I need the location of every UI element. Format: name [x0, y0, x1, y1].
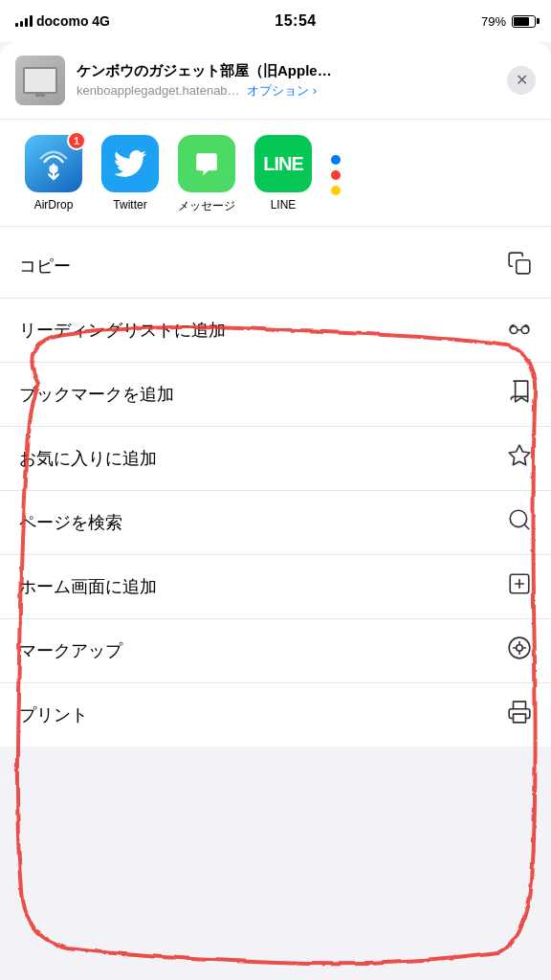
- glasses-icon: [507, 315, 532, 345]
- star-icon: [507, 443, 532, 474]
- action-find[interactable]: ページを検索: [0, 491, 551, 555]
- markup-icon: [507, 635, 532, 666]
- svg-line-7: [524, 524, 529, 529]
- carrier-signal: docomo 4G: [15, 13, 110, 29]
- action-favorites-label: お気に入りに追加: [19, 447, 157, 470]
- site-info: ケンボウのガジェット部屋（旧Apple… kenboapplegadget.ha…: [77, 62, 496, 100]
- messages-label: メッセージ: [178, 198, 235, 214]
- book-icon: [507, 379, 532, 410]
- action-copy-label: コピー: [19, 255, 71, 278]
- site-thumbnail: [15, 56, 65, 105]
- action-favorites[interactable]: お気に入りに追加: [0, 427, 551, 491]
- print-icon: [507, 700, 532, 730]
- share-sheet: ケンボウのガジェット部屋（旧Apple… kenboapplegadget.ha…: [0, 42, 551, 746]
- action-find-label: ページを検索: [19, 511, 122, 534]
- share-header: ケンボウのガジェット部屋（旧Apple… kenboapplegadget.ha…: [0, 42, 551, 120]
- twitter-label: Twitter: [113, 198, 146, 212]
- search-icon: [507, 507, 532, 538]
- action-print[interactable]: プリント: [0, 683, 551, 746]
- action-home-screen-label: ホーム画面に追加: [19, 575, 157, 598]
- more-dot-3: [331, 186, 341, 195]
- svg-rect-13: [514, 714, 526, 723]
- action-list: コピー リーディングリストに追加 ブックマークを追加: [0, 234, 551, 746]
- app-item-line[interactable]: LINE LINE: [245, 135, 321, 214]
- line-icon-bg: LINE: [254, 135, 312, 192]
- action-reading-list-label: リーディングリストに追加: [19, 319, 226, 342]
- more-dot-1: [331, 155, 341, 165]
- svg-marker-5: [509, 445, 530, 465]
- action-markup-label: マークアップ: [19, 639, 122, 662]
- airdrop-badge: 1: [67, 131, 86, 150]
- plus-square-icon: [507, 571, 532, 602]
- battery-percent: 79%: [481, 14, 506, 29]
- copy-icon: [507, 251, 532, 281]
- more-apps-indicator: [321, 135, 350, 214]
- more-dot-2: [331, 170, 341, 180]
- action-reading-list[interactable]: リーディングリストに追加: [0, 299, 551, 363]
- site-title: ケンボウのガジェット部屋（旧Apple…: [77, 62, 496, 80]
- app-item-twitter[interactable]: Twitter: [92, 135, 168, 214]
- action-bookmark-label: ブックマークを追加: [19, 383, 174, 406]
- signal-icon: [15, 15, 33, 27]
- svg-point-12: [517, 645, 523, 652]
- battery-icon: [512, 15, 536, 28]
- app-item-messages[interactable]: メッセージ: [168, 135, 245, 214]
- action-copy[interactable]: コピー: [0, 234, 551, 299]
- action-bookmark[interactable]: ブックマークを追加: [0, 363, 551, 427]
- site-url: kenboapplegadget.hatenab… オプション ›: [77, 82, 496, 100]
- action-home-screen[interactable]: ホーム画面に追加: [0, 555, 551, 619]
- status-bar: docomo 4G 15:54 79%: [0, 0, 551, 42]
- apps-row: 1 AirDrop Twitter: [0, 120, 551, 227]
- svg-point-11: [509, 637, 530, 658]
- airdrop-label: AirDrop: [34, 198, 74, 212]
- carrier-label: docomo 4G: [36, 13, 110, 29]
- time-display: 15:54: [275, 12, 316, 30]
- site-option[interactable]: オプション ›: [247, 83, 317, 98]
- messages-icon-bg: [178, 135, 235, 192]
- close-button[interactable]: ✕: [507, 66, 536, 95]
- status-right: 79%: [481, 14, 536, 29]
- svg-rect-2: [517, 260, 530, 274]
- app-item-airdrop[interactable]: 1 AirDrop: [15, 135, 92, 214]
- action-print-label: プリント: [19, 703, 88, 726]
- line-label: LINE: [271, 198, 297, 212]
- action-markup[interactable]: マークアップ: [0, 619, 551, 683]
- line-text-logo: LINE: [263, 153, 303, 175]
- twitter-icon-bg: [101, 135, 159, 192]
